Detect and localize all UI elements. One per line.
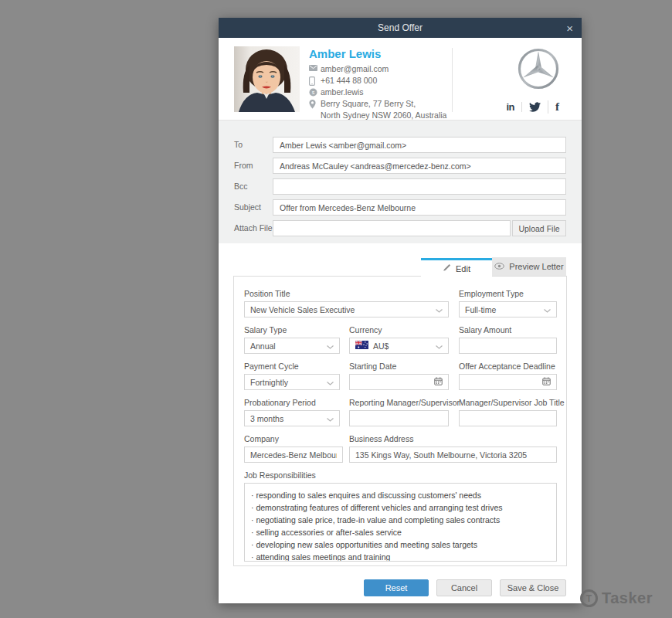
mercedes-logo-icon [517, 47, 560, 93]
salary-type-label: Salary Type [244, 325, 340, 334]
australia-flag-icon [355, 341, 368, 351]
tasker-watermark-text: Tasker [602, 589, 653, 607]
company-input[interactable] [250, 447, 337, 462]
tab-preview-label: Preview Letter [509, 262, 563, 271]
job-responsibilities-textarea[interactable]: · responding to sales enquires and discu… [244, 483, 557, 562]
facebook-icon[interactable]: f [548, 100, 566, 114]
email-row-bcc: Bcc [234, 178, 566, 195]
business-address-input[interactable] [355, 447, 551, 462]
salary-amount-label: Salary Amount [459, 325, 557, 334]
company-label: Company [244, 434, 343, 443]
tasker-watermark: T Tasker [580, 589, 653, 607]
calendar-icon [434, 377, 443, 387]
job-responsibilities-label: Job Responsibilities [244, 470, 557, 480]
currency-label: Currency [349, 325, 449, 334]
payment-cycle-label: Payment Cycle [244, 362, 340, 371]
currency-select[interactable]: AU$ [349, 338, 449, 354]
to-input[interactable] [273, 137, 566, 153]
attach-file-input[interactable] [273, 220, 511, 236]
contact-email: amber@gmail.com [321, 63, 389, 75]
chevron-down-icon [327, 414, 334, 423]
salary-type-select[interactable]: Annual [244, 338, 340, 354]
save-close-button[interactable]: Save & Close [500, 579, 566, 596]
chevron-down-icon [436, 305, 443, 314]
currency-value: AU$ [373, 341, 389, 351]
email-row-subject: Subject [234, 199, 566, 216]
business-address-label: Business Address [349, 434, 557, 443]
probationary-period-select[interactable]: 3 months [244, 410, 340, 426]
from-input[interactable] [273, 158, 566, 174]
job-responsibilities-group: Job Responsibilities · responding to sal… [244, 470, 557, 562]
probationary-period-label: Probationary Period [244, 398, 340, 407]
chevron-down-icon [327, 378, 334, 387]
business-address-field [349, 447, 557, 463]
employment-type-select[interactable]: Full-time [459, 301, 557, 317]
tasker-logo-icon: T [580, 589, 598, 607]
manager-job-title-input[interactable] [465, 411, 551, 426]
salary-type-value: Annual [250, 341, 276, 351]
avatar [234, 46, 300, 112]
payment-cycle-value: Fortnightly [250, 378, 288, 387]
contact-address-line2: North Sydney NSW 2060, Australia [321, 110, 446, 121]
subject-input[interactable] [273, 199, 566, 216]
contact-name: Amber Lewis [309, 47, 452, 60]
tab-edit[interactable]: Edit [421, 258, 492, 277]
offer-acceptance-deadline-picker[interactable] [459, 374, 557, 390]
tab-preview-letter[interactable]: Preview Letter [492, 257, 566, 276]
close-icon[interactable]: × [566, 18, 573, 38]
manager-job-title-field [459, 410, 557, 426]
offer-acceptance-deadline-label: Offer Acceptance Deadline [459, 362, 557, 371]
position-title-label: Position Title [244, 289, 449, 298]
skype-icon: s [309, 87, 321, 97]
payment-cycle-select[interactable]: Fortnightly [244, 374, 340, 390]
attach-file-label: Attach File [234, 220, 273, 236]
calendar-icon [542, 377, 551, 387]
email-row-from: From [234, 158, 566, 174]
reporting-manager-input[interactable] [355, 411, 443, 426]
company-brand: in f [453, 46, 566, 120]
contact-skype: amber.lewis [321, 87, 363, 98]
contact-card: Amber Lewis amber@gmail.com +61 444 88 0… [219, 38, 582, 120]
salary-amount-field [459, 338, 557, 354]
modal-title: Send Offer [378, 22, 423, 33]
manager-job-title-label: Manager/Supervisor Job Title [459, 398, 557, 407]
location-icon [309, 98, 321, 109]
tab-edit-label: Edit [456, 264, 470, 273]
offer-form-panel: Position Title New Vehicle Sales Executi… [233, 276, 567, 566]
reporting-manager-label: Reporting Manager/Supervisor [349, 398, 449, 407]
cancel-button[interactable]: Cancel [436, 579, 492, 596]
email-section: To From Bcc Subject Attach File Upload F… [219, 120, 582, 243]
pencil-icon [443, 263, 451, 273]
contact-phone: +61 444 88 000 [321, 75, 377, 87]
email-row-to: To [234, 137, 566, 153]
email-row-attach: Attach File Upload File [234, 220, 566, 236]
email-icon [309, 63, 321, 71]
modal-header: Send Offer × [219, 18, 582, 38]
company-field [244, 447, 343, 463]
reporting-manager-field [349, 410, 449, 426]
chevron-down-icon [327, 341, 334, 351]
from-label: From [234, 158, 273, 174]
twitter-icon[interactable] [521, 102, 548, 112]
phone-icon [309, 75, 321, 86]
svg-text:s: s [312, 90, 315, 95]
subject-label: Subject [234, 199, 273, 216]
eye-icon [494, 262, 504, 271]
tab-bar: Edit Preview Letter [219, 243, 582, 276]
salary-amount-input[interactable] [465, 338, 551, 353]
employment-type-label: Employment Type [459, 289, 557, 298]
position-title-select[interactable]: New Vehicle Sales Executive [244, 301, 449, 317]
chevron-down-icon [544, 305, 551, 314]
probationary-period-value: 3 months [250, 414, 283, 423]
reset-button[interactable]: Reset [364, 579, 429, 596]
bcc-input[interactable] [273, 178, 566, 195]
contact-address-line1: Berry Square, 77 Berry St, [321, 98, 416, 110]
starting-date-label: Starting Date [349, 362, 449, 371]
position-title-value: New Vehicle Sales Executive [250, 305, 355, 314]
starting-date-picker[interactable] [349, 374, 449, 390]
linkedin-icon[interactable]: in [499, 101, 521, 113]
chevron-down-icon [436, 341, 443, 351]
modal-footer: Reset Cancel Save & Close [219, 566, 582, 603]
upload-file-button[interactable]: Upload File [512, 220, 566, 236]
to-label: To [234, 137, 273, 153]
